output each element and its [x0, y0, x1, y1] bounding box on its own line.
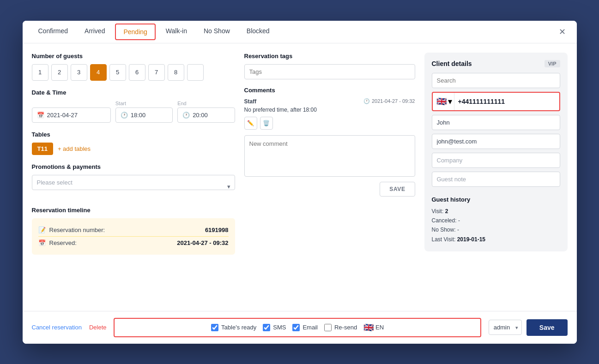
sms-checkbox-label[interactable]: SMS: [263, 324, 286, 331]
language-selector[interactable]: 🇬🇧 EN: [363, 322, 384, 333]
clock-icon-comment: 🕐: [363, 98, 370, 104]
timeline-box: 📝 Reservation number: 6191998 📅 Reserved…: [32, 218, 235, 255]
guest-history-section: Guest history Visit: 2 Canceled: - No Sh…: [432, 196, 560, 245]
guest-number-row: 1 2 3 4 5 6 7 8: [32, 64, 235, 81]
datetime-label: Date & Time: [32, 89, 235, 96]
tab-pending[interactable]: Pending: [115, 24, 155, 40]
footer-left: Cancel reservation Delete: [32, 324, 107, 331]
tags-label: Reservation tags: [244, 53, 415, 60]
lang-text: EN: [375, 324, 384, 331]
end-label: End: [177, 101, 235, 106]
history-rows: Visit: 2 Canceled: - No Show: - Last V: [432, 207, 560, 245]
comment-text: No preferred time, after 18:00: [244, 107, 415, 113]
save-comment-button[interactable]: SAVE: [380, 182, 415, 197]
add-tables-button[interactable]: + add tables: [58, 145, 91, 152]
save-main-button[interactable]: Save: [526, 319, 568, 336]
tags-input[interactable]: [244, 64, 415, 79]
company-input[interactable]: [432, 153, 560, 168]
guest-num-7[interactable]: 7: [148, 64, 165, 81]
tab-walk-in[interactable]: Walk-in: [157, 21, 195, 42]
admin-wrapper: admin: [489, 320, 522, 335]
sms-checkbox[interactable]: [263, 324, 270, 331]
reservation-modal: Confirmed Arrived Pending Walk-in No Sho…: [23, 21, 577, 344]
delete-button[interactable]: Delete: [89, 324, 107, 331]
admin-select[interactable]: admin: [489, 320, 522, 335]
close-button[interactable]: ✕: [555, 23, 569, 41]
resend-checkbox-label[interactable]: Re-send: [324, 324, 357, 331]
resend-checkbox[interactable]: [324, 324, 332, 331]
sms-label: SMS: [273, 324, 286, 331]
tables-ready-checkbox-label[interactable]: Table's ready: [211, 324, 256, 331]
left-column: Number of guests 1 2 3 4 5 6 7 8 Date & …: [32, 53, 235, 302]
delete-comment-button[interactable]: 🗑️: [260, 117, 273, 130]
email-input[interactable]: [432, 134, 560, 149]
timeline-reservation-row: 📝 Reservation number: 6191998: [38, 224, 229, 236]
phone-input[interactable]: [458, 94, 556, 109]
name-input[interactable]: [432, 115, 560, 130]
calendar-icon-2: 📅: [38, 239, 46, 246]
guest-num-5[interactable]: 5: [109, 64, 126, 81]
guest-history-title: Guest history: [432, 196, 560, 203]
client-search-input[interactable]: [432, 73, 560, 88]
promo-label: Promotions & payments: [32, 163, 235, 170]
email-checkbox-label[interactable]: Email: [292, 324, 318, 331]
end-time-field[interactable]: 🕐 20:00: [177, 107, 235, 123]
comments-label: Comments: [244, 87, 415, 94]
calendar-icon: 📅: [37, 112, 44, 119]
guest-note-input[interactable]: [432, 172, 560, 187]
client-details-header: Client details VIP: [432, 60, 560, 67]
comment-timestamp: 🕐 2021-04-27 - 09:32: [363, 98, 415, 104]
guest-num-extra[interactable]: [187, 64, 204, 81]
start-time-field[interactable]: 🕐 18:00: [115, 107, 173, 123]
right-column: Client details VIP 🇬🇧 ▾ Guest history: [424, 53, 568, 302]
footer-center: Table's ready SMS Email Re-send 🇬🇧 EN: [114, 318, 481, 337]
tab-blocked[interactable]: Blocked: [238, 21, 278, 42]
cancelled-row: Canceled: -: [432, 216, 560, 225]
guest-num-2[interactable]: 2: [51, 64, 68, 81]
datetime-row: 📅 2021-04-27 Start 🕐 18:00 End 🕐 20:00: [32, 101, 235, 123]
date-field[interactable]: 📅 2021-04-27: [32, 107, 111, 123]
flag-selector[interactable]: 🇬🇧 ▾: [436, 93, 454, 110]
tables-ready-checkbox[interactable]: [211, 324, 218, 331]
modal-footer: Cancel reservation Delete Table's ready …: [23, 311, 577, 344]
table-badge[interactable]: T11: [32, 143, 53, 155]
visit-row: Visit: 2: [432, 207, 560, 216]
new-comment-textarea[interactable]: [244, 135, 415, 177]
comment-staff-row: Staff 🕐 2021-04-27 - 09:32: [244, 98, 415, 105]
footer-right: admin Save: [489, 319, 568, 336]
tab-confirmed[interactable]: Confirmed: [30, 21, 77, 42]
phone-row: 🇬🇧 ▾: [432, 92, 560, 111]
tables-ready-label: Table's ready: [221, 324, 256, 331]
guest-num-3[interactable]: 3: [71, 64, 87, 81]
comment-actions: ✏️ 🗑️: [244, 117, 415, 130]
tab-bar: Confirmed Arrived Pending Walk-in No Sho…: [23, 21, 577, 43]
tab-arrived[interactable]: Arrived: [76, 21, 113, 42]
edit-comment-button[interactable]: ✏️: [244, 117, 257, 130]
tables-row: T11 + add tables: [32, 143, 235, 155]
timeline-reserved-value: 2021-04-27 - 09:32: [177, 239, 228, 246]
staff-label: Staff: [244, 98, 257, 105]
timeline-label: Reservation timeline: [32, 207, 235, 214]
guest-num-4[interactable]: 4: [90, 64, 107, 81]
guest-num-6[interactable]: 6: [129, 64, 145, 81]
guest-num-8[interactable]: 8: [168, 64, 184, 81]
guests-label: Number of guests: [32, 53, 235, 60]
promo-wrapper: Please select: [32, 175, 235, 198]
tab-no-show[interactable]: No Show: [195, 21, 238, 42]
email-label: Email: [303, 324, 318, 331]
tables-label: Tables: [32, 131, 235, 138]
clock-icon-end: 🕐: [182, 112, 190, 119]
cancel-reservation-button[interactable]: Cancel reservation: [32, 324, 82, 331]
promo-select[interactable]: Please select: [32, 175, 235, 190]
guest-num-1[interactable]: 1: [32, 64, 48, 81]
email-checkbox[interactable]: [292, 324, 300, 331]
vip-badge: VIP: [545, 60, 560, 67]
timeline-reserved-label: 📅 Reserved:: [38, 239, 77, 246]
timeline-reservation-value: 6191998: [205, 227, 229, 233]
client-details-title: Client details: [432, 60, 472, 67]
end-time-value: 20:00: [193, 112, 208, 119]
modal-body: Number of guests 1 2 3 4 5 6 7 8 Date & …: [23, 43, 577, 311]
end-time-wrapper: End 🕐 20:00: [177, 101, 235, 123]
no-show-row: No Show: -: [432, 225, 560, 234]
start-label: Start: [115, 101, 173, 106]
